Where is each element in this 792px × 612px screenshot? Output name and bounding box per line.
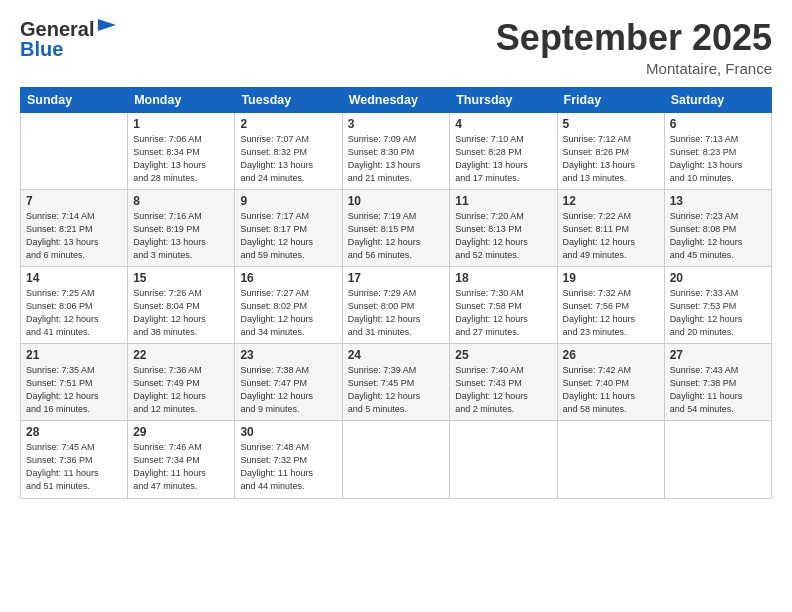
week-row-3: 21Sunrise: 7:35 AMSunset: 7:51 PMDayligh… [21,344,772,421]
calendar-cell: 14Sunrise: 7:25 AMSunset: 8:06 PMDayligh… [21,266,128,343]
calendar-cell [342,421,450,498]
day-info: Sunrise: 7:48 AMSunset: 7:32 PMDaylight:… [240,441,336,493]
day-number: 28 [26,425,122,439]
day-number: 19 [563,271,659,285]
day-number: 18 [455,271,551,285]
day-info: Sunrise: 7:25 AMSunset: 8:06 PMDaylight:… [26,287,122,339]
day-info: Sunrise: 7:20 AMSunset: 8:13 PMDaylight:… [455,210,551,262]
calendar-cell [21,112,128,189]
calendar-cell: 8Sunrise: 7:16 AMSunset: 8:19 PMDaylight… [128,189,235,266]
day-info: Sunrise: 7:17 AMSunset: 8:17 PMDaylight:… [240,210,336,262]
location: Montataire, France [496,60,772,77]
day-info: Sunrise: 7:40 AMSunset: 7:43 PMDaylight:… [455,364,551,416]
calendar-cell: 29Sunrise: 7:46 AMSunset: 7:34 PMDayligh… [128,421,235,498]
day-number: 30 [240,425,336,439]
svg-marker-0 [98,19,116,31]
day-info: Sunrise: 7:32 AMSunset: 7:56 PMDaylight:… [563,287,659,339]
day-info: Sunrise: 7:36 AMSunset: 7:49 PMDaylight:… [133,364,229,416]
day-number: 20 [670,271,766,285]
calendar-cell: 21Sunrise: 7:35 AMSunset: 7:51 PMDayligh… [21,344,128,421]
day-info: Sunrise: 7:26 AMSunset: 8:04 PMDaylight:… [133,287,229,339]
day-number: 29 [133,425,229,439]
calendar-cell: 17Sunrise: 7:29 AMSunset: 8:00 PMDayligh… [342,266,450,343]
logo-icon [96,17,118,39]
day-info: Sunrise: 7:30 AMSunset: 7:58 PMDaylight:… [455,287,551,339]
day-number: 8 [133,194,229,208]
title-block: September 2025 Montataire, France [496,18,772,77]
week-row-2: 14Sunrise: 7:25 AMSunset: 8:06 PMDayligh… [21,266,772,343]
calendar-cell: 3Sunrise: 7:09 AMSunset: 8:30 PMDaylight… [342,112,450,189]
day-info: Sunrise: 7:14 AMSunset: 8:21 PMDaylight:… [26,210,122,262]
day-header-tuesday: Tuesday [235,87,342,112]
calendar-cell: 22Sunrise: 7:36 AMSunset: 7:49 PMDayligh… [128,344,235,421]
day-info: Sunrise: 7:33 AMSunset: 7:53 PMDaylight:… [670,287,766,339]
day-info: Sunrise: 7:16 AMSunset: 8:19 PMDaylight:… [133,210,229,262]
calendar-header-row: SundayMondayTuesdayWednesdayThursdayFrid… [21,87,772,112]
day-number: 14 [26,271,122,285]
day-number: 6 [670,117,766,131]
calendar-cell: 1Sunrise: 7:06 AMSunset: 8:34 PMDaylight… [128,112,235,189]
week-row-0: 1Sunrise: 7:06 AMSunset: 8:34 PMDaylight… [21,112,772,189]
header: General Blue September 2025 Montataire, … [20,18,772,77]
day-info: Sunrise: 7:06 AMSunset: 8:34 PMDaylight:… [133,133,229,185]
calendar-cell: 2Sunrise: 7:07 AMSunset: 8:32 PMDaylight… [235,112,342,189]
calendar-cell: 25Sunrise: 7:40 AMSunset: 7:43 PMDayligh… [450,344,557,421]
calendar-cell: 10Sunrise: 7:19 AMSunset: 8:15 PMDayligh… [342,189,450,266]
calendar-cell: 12Sunrise: 7:22 AMSunset: 8:11 PMDayligh… [557,189,664,266]
day-number: 25 [455,348,551,362]
day-header-saturday: Saturday [664,87,771,112]
day-info: Sunrise: 7:10 AMSunset: 8:28 PMDaylight:… [455,133,551,185]
day-header-thursday: Thursday [450,87,557,112]
day-info: Sunrise: 7:22 AMSunset: 8:11 PMDaylight:… [563,210,659,262]
day-number: 4 [455,117,551,131]
calendar-cell: 30Sunrise: 7:48 AMSunset: 7:32 PMDayligh… [235,421,342,498]
calendar-cell: 23Sunrise: 7:38 AMSunset: 7:47 PMDayligh… [235,344,342,421]
day-info: Sunrise: 7:07 AMSunset: 8:32 PMDaylight:… [240,133,336,185]
calendar-cell: 20Sunrise: 7:33 AMSunset: 7:53 PMDayligh… [664,266,771,343]
day-header-wednesday: Wednesday [342,87,450,112]
day-number: 15 [133,271,229,285]
day-header-sunday: Sunday [21,87,128,112]
calendar-cell: 9Sunrise: 7:17 AMSunset: 8:17 PMDaylight… [235,189,342,266]
calendar-cell [450,421,557,498]
day-number: 24 [348,348,445,362]
calendar-cell: 18Sunrise: 7:30 AMSunset: 7:58 PMDayligh… [450,266,557,343]
day-number: 27 [670,348,766,362]
day-info: Sunrise: 7:46 AMSunset: 7:34 PMDaylight:… [133,441,229,493]
week-row-1: 7Sunrise: 7:14 AMSunset: 8:21 PMDaylight… [21,189,772,266]
day-number: 1 [133,117,229,131]
logo: General Blue [20,18,118,60]
day-number: 9 [240,194,336,208]
day-info: Sunrise: 7:13 AMSunset: 8:23 PMDaylight:… [670,133,766,185]
calendar-cell: 15Sunrise: 7:26 AMSunset: 8:04 PMDayligh… [128,266,235,343]
day-number: 17 [348,271,445,285]
day-number: 11 [455,194,551,208]
calendar-cell: 28Sunrise: 7:45 AMSunset: 7:36 PMDayligh… [21,421,128,498]
day-number: 22 [133,348,229,362]
calendar-cell: 16Sunrise: 7:27 AMSunset: 8:02 PMDayligh… [235,266,342,343]
calendar-cell: 26Sunrise: 7:42 AMSunset: 7:40 PMDayligh… [557,344,664,421]
calendar-cell: 6Sunrise: 7:13 AMSunset: 8:23 PMDaylight… [664,112,771,189]
day-number: 5 [563,117,659,131]
calendar: SundayMondayTuesdayWednesdayThursdayFrid… [20,87,772,499]
day-info: Sunrise: 7:19 AMSunset: 8:15 PMDaylight:… [348,210,445,262]
calendar-cell: 4Sunrise: 7:10 AMSunset: 8:28 PMDaylight… [450,112,557,189]
calendar-cell [557,421,664,498]
page: General Blue September 2025 Montataire, … [0,0,792,511]
calendar-cell: 5Sunrise: 7:12 AMSunset: 8:26 PMDaylight… [557,112,664,189]
day-info: Sunrise: 7:39 AMSunset: 7:45 PMDaylight:… [348,364,445,416]
day-number: 3 [348,117,445,131]
day-number: 7 [26,194,122,208]
month-title: September 2025 [496,18,772,58]
day-number: 26 [563,348,659,362]
day-number: 2 [240,117,336,131]
day-info: Sunrise: 7:35 AMSunset: 7:51 PMDaylight:… [26,364,122,416]
week-row-4: 28Sunrise: 7:45 AMSunset: 7:36 PMDayligh… [21,421,772,498]
day-info: Sunrise: 7:42 AMSunset: 7:40 PMDaylight:… [563,364,659,416]
calendar-cell: 11Sunrise: 7:20 AMSunset: 8:13 PMDayligh… [450,189,557,266]
logo-general-text: General [20,18,94,40]
day-info: Sunrise: 7:43 AMSunset: 7:38 PMDaylight:… [670,364,766,416]
day-number: 16 [240,271,336,285]
day-number: 13 [670,194,766,208]
logo-blue-text: Blue [20,38,63,60]
